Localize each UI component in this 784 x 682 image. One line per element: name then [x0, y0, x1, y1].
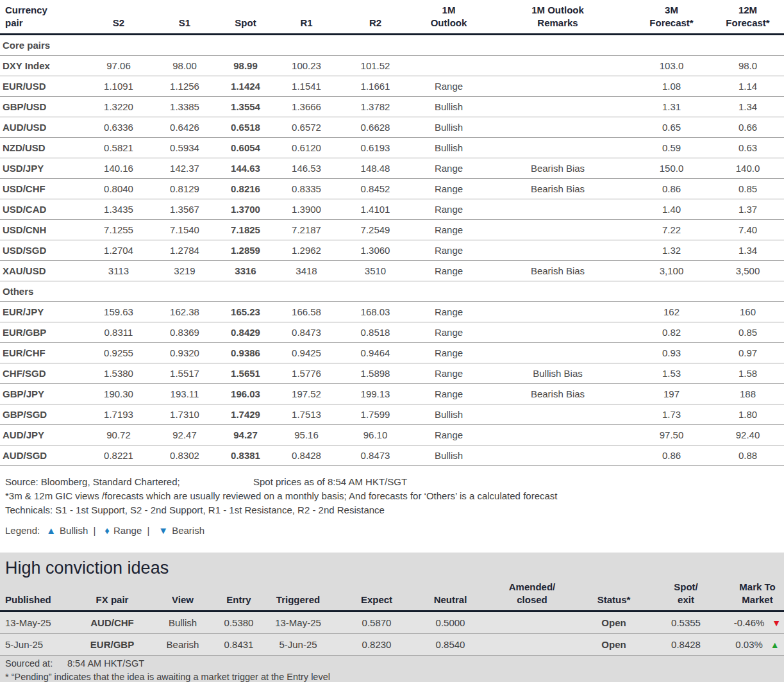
spot-value: 196.03: [215, 384, 276, 404]
spot-value: 1.3700: [215, 199, 276, 220]
col-status: Status*: [587, 579, 641, 611]
outlook-value: Bullish: [413, 404, 484, 425]
forecast-3m-value: 1.08: [631, 76, 712, 97]
r1-value: 197.52: [276, 384, 337, 404]
outlook-value: [413, 56, 484, 76]
idea-triggered: 5-Jun-25: [266, 634, 330, 656]
fx-table-body: Core pairsDXY Index97.0698.0098.99100.23…: [0, 35, 784, 466]
spot-value: 0.8216: [215, 179, 276, 199]
spot-value: 0.8429: [215, 322, 276, 343]
s1-value: 0.8302: [154, 445, 215, 466]
bearish-legend-icon: ▼: [158, 525, 168, 536]
idea-spot-exit: 0.5355: [641, 611, 731, 634]
r1-value: 1.7513: [276, 404, 337, 425]
fx-row: USD/CNH7.12557.15407.18257.21877.2549Ran…: [0, 220, 784, 240]
col-view: View: [154, 579, 212, 611]
idea-view: Bullish: [154, 611, 212, 634]
forecast-12m-value: 1.14: [712, 76, 784, 97]
col-1m-outlook: 1M Outlook: [413, 0, 484, 35]
fx-forecast-table: Currency pair S2 S1 Spot R1 R2 1M Outloo…: [0, 0, 784, 466]
col-s1: S1: [154, 0, 215, 35]
currency-pair: EUR/JPY: [0, 302, 83, 322]
legend-item-label: Bearish: [172, 525, 204, 536]
s2-value: 0.8040: [83, 179, 154, 199]
outlook-remarks: [484, 240, 631, 261]
idea-row: 13-May-25AUD/CHFBullish0.538013-May-250.…: [0, 611, 784, 634]
r1-value: 0.6120: [276, 138, 337, 158]
forecast-3m-value: 7.22: [631, 220, 712, 240]
forecast-3m-value: 0.59: [631, 138, 712, 158]
forecast-12m-value: 1.34: [712, 97, 784, 117]
s2-value: 0.5821: [83, 138, 154, 158]
fx-row: GBP/USD1.32201.33851.35541.36661.3782Bul…: [0, 97, 784, 117]
r1-value: 1.3666: [276, 97, 337, 117]
r2-value: 0.8518: [337, 322, 413, 343]
currency-pair: AUD/SGD: [0, 445, 83, 466]
s1-value: 0.8129: [154, 179, 215, 199]
forecast-3m-value: 1.40: [631, 199, 712, 220]
r1-value: 95.16: [276, 425, 337, 445]
ideas-table-header: Published FX pair View Entry Triggered E…: [0, 579, 784, 611]
forecast-footnote: *3m & 12m GIC views /forecasts which are…: [5, 489, 784, 503]
fx-row: AUD/SGD0.82210.83020.83810.84280.8473Bul…: [0, 445, 784, 466]
outlook-value: Bullish: [413, 117, 484, 138]
forecast-12m-value: 0.88: [712, 445, 784, 466]
r1-value: 3418: [276, 261, 337, 281]
mtm-value: -0.46%: [734, 617, 765, 628]
outlook-remarks: [484, 343, 631, 363]
outlook-value: Bullish: [413, 97, 484, 117]
table-footnotes: Source: Bloomberg, Standard Chartered;Sp…: [0, 466, 784, 517]
r1-value: 1.3900: [276, 199, 337, 220]
legend-item-label: Bullish: [60, 525, 88, 536]
spot-value: 0.9386: [215, 343, 276, 363]
triangle-down-icon: ▼: [772, 618, 781, 628]
ideas-table-body: 13-May-25AUD/CHFBullish0.538013-May-250.…: [0, 611, 784, 656]
r2-value: 168.03: [337, 302, 413, 322]
outlook-value: Range: [413, 302, 484, 322]
idea-mark-to-market: 0.03%▲: [731, 634, 784, 656]
idea-status: Open: [587, 634, 641, 656]
fx-row: AUD/USD0.63360.64260.65180.65720.6628Bul…: [0, 117, 784, 138]
currency-pair: EUR/CHF: [0, 343, 83, 363]
r1-value: 1.5776: [276, 363, 337, 384]
currency-pair: GBP/JPY: [0, 384, 83, 404]
s1-value: 0.6426: [154, 117, 215, 138]
r1-value: 1.2962: [276, 240, 337, 261]
forecast-12m-value: 1.58: [712, 363, 784, 384]
legend: Legend:▲Bullish |♦Range |▼Bearish: [0, 525, 784, 536]
outlook-remarks: [484, 220, 631, 240]
fx-row: EUR/JPY159.63162.38165.23166.58168.03Ran…: [0, 302, 784, 322]
outlook-value: Range: [413, 240, 484, 261]
forecast-3m-value: 1.32: [631, 240, 712, 261]
outlook-remarks: Bearish Bias: [484, 261, 631, 281]
fx-row: USD/SGD1.27041.27841.28591.29621.3060Ran…: [0, 240, 784, 261]
r2-value: 0.6193: [337, 138, 413, 158]
s1-value: 1.1256: [154, 76, 215, 97]
sourced-time: 8:54 AM HKT/SGT: [67, 658, 144, 669]
idea-fx-pair: AUD/CHF: [71, 611, 154, 634]
spot-value: 1.1424: [215, 76, 276, 97]
idea-amended-closed: [478, 611, 587, 634]
outlook-value: Range: [413, 384, 484, 404]
forecast-3m-value: 3,100: [631, 261, 712, 281]
col-spot: Spot: [215, 0, 276, 35]
forecast-12m-value: 0.63: [712, 138, 784, 158]
spot-asof-text: Spot prices as of 8:54 AM HKT/SGT: [253, 476, 407, 487]
r1-value: 0.9425: [276, 343, 337, 363]
r1-value: 146.53: [276, 158, 337, 179]
outlook-value: Range: [413, 322, 484, 343]
s2-value: 1.3435: [83, 199, 154, 220]
fx-row: EUR/USD1.10911.12561.14241.15411.1661Ran…: [0, 76, 784, 97]
outlook-value: Range: [413, 199, 484, 220]
spot-value: 0.6518: [215, 117, 276, 138]
spot-value: 1.3554: [215, 97, 276, 117]
forecast-3m-value: 1.53: [631, 363, 712, 384]
outlook-remarks: [484, 322, 631, 343]
currency-pair: GBP/USD: [0, 97, 83, 117]
outlook-remarks: [484, 199, 631, 220]
spot-value: 1.2859: [215, 240, 276, 261]
s1-value: 1.5517: [154, 363, 215, 384]
forecast-12m-value: 188: [712, 384, 784, 404]
forecast-3m-value: 1.31: [631, 97, 712, 117]
outlook-value: Range: [413, 179, 484, 199]
